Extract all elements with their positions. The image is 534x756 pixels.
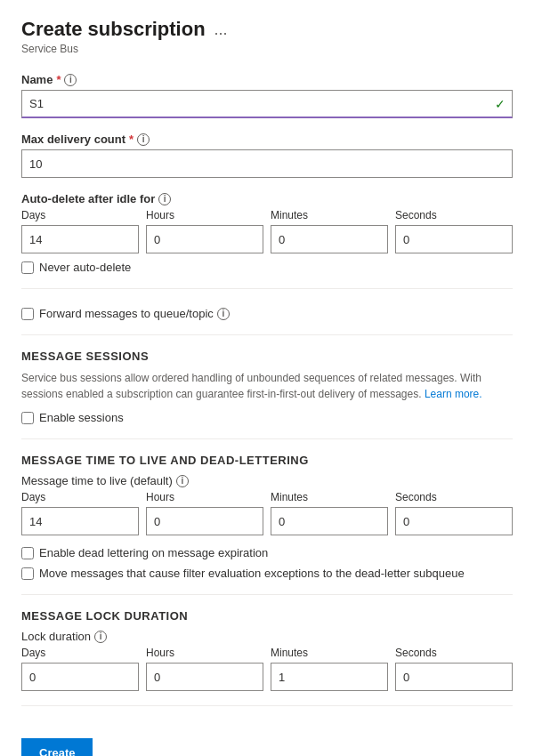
never-auto-delete-checkbox[interactable]	[21, 261, 34, 274]
auto-delete-seconds-input[interactable]	[395, 225, 513, 253]
auto-delete-days-input[interactable]	[21, 225, 139, 253]
forward-messages-row: Forward messages to queue/topic i	[21, 307, 513, 320]
lock-hours-col: Hours	[146, 647, 263, 691]
auto-delete-seconds-col: Seconds	[395, 209, 513, 253]
dead-letter-label: Enable dead lettering on message expirat…	[39, 546, 268, 559]
ttl-hours-label: Hours	[146, 491, 263, 503]
ttl-days-col: Days	[21, 491, 139, 535]
ttl-days-label: Days	[21, 491, 139, 503]
name-label: Name * i	[21, 73, 513, 86]
lock-duration-grid: Days Hours Minutes Seconds	[21, 647, 513, 691]
enable-sessions-row: Enable sessions	[21, 411, 513, 424]
lock-minutes-input[interactable]	[271, 663, 388, 691]
name-check-icon: ✓	[495, 97, 506, 111]
page-title: Create subscription	[21, 18, 206, 41]
auto-delete-minutes-label: Minutes	[271, 209, 388, 221]
name-input[interactable]	[21, 90, 513, 118]
lock-days-col: Days	[21, 647, 139, 691]
learn-more-link[interactable]: Learn more.	[425, 388, 482, 400]
name-input-container: ✓	[21, 90, 513, 118]
lock-minutes-label: Minutes	[271, 647, 388, 659]
never-auto-delete-label: Never auto-delete	[39, 261, 131, 274]
forward-messages-info-icon[interactable]: i	[217, 308, 230, 320]
auto-delete-hours-label: Hours	[146, 209, 263, 221]
max-delivery-info-icon[interactable]: i	[137, 133, 150, 146]
message-ttl-label: Message time to live (default) i	[21, 474, 513, 487]
dead-letter-checkbox[interactable]	[21, 547, 34, 559]
ttl-seconds-input[interactable]	[395, 507, 513, 535]
create-button[interactable]: Create	[21, 738, 93, 756]
lock-hours-label: Hours	[146, 647, 263, 659]
max-delivery-label: Max delivery count * i	[21, 133, 513, 146]
page-subtitle: Service Bus	[21, 43, 513, 55]
lock-seconds-input[interactable]	[395, 663, 513, 691]
name-info-icon[interactable]: i	[64, 74, 77, 86]
message-sessions-description: Service bus sessions allow ordered handl…	[21, 370, 513, 402]
auto-delete-hours-input[interactable]	[146, 225, 263, 253]
message-sessions-heading: MESSAGE SESSIONS	[21, 350, 513, 363]
auto-delete-hours-col: Hours	[146, 209, 263, 253]
enable-sessions-checkbox[interactable]	[21, 412, 34, 424]
message-ttl-heading: MESSAGE TIME TO LIVE AND DEAD-LETTERING	[21, 454, 513, 467]
lock-minutes-col: Minutes	[271, 647, 388, 691]
filter-exceptions-row: Move messages that cause filter evaluati…	[21, 567, 513, 580]
filter-exceptions-checkbox[interactable]	[21, 567, 34, 580]
name-required-star: *	[56, 73, 61, 86]
auto-delete-days-label: Days	[21, 209, 139, 221]
ttl-seconds-label: Seconds	[395, 491, 513, 503]
lock-duration-heading: MESSAGE LOCK DURATION	[21, 609, 513, 623]
dead-letter-row: Enable dead lettering on message expirat…	[21, 546, 513, 559]
lock-days-input[interactable]	[21, 663, 139, 691]
max-delivery-required-star: *	[129, 133, 134, 146]
auto-delete-minutes-col: Minutes	[271, 209, 388, 253]
auto-delete-info-icon[interactable]: i	[158, 193, 171, 205]
ttl-hours-input[interactable]	[146, 507, 263, 535]
max-delivery-input[interactable]	[21, 149, 513, 178]
forward-messages-label: Forward messages to queue/topic i	[39, 307, 230, 320]
message-ttl-grid: Days Hours Minutes Seconds	[21, 491, 513, 535]
filter-exceptions-label: Move messages that cause filter evaluati…	[39, 567, 465, 580]
ttl-hours-col: Hours	[146, 491, 263, 535]
lock-duration-label: Lock duration i	[21, 630, 513, 643]
lock-hours-input[interactable]	[146, 663, 263, 691]
never-auto-delete-row: Never auto-delete	[21, 261, 513, 274]
ttl-seconds-col: Seconds	[395, 491, 513, 535]
ttl-minutes-input[interactable]	[271, 507, 388, 535]
lock-duration-info-icon[interactable]: i	[94, 631, 107, 643]
auto-delete-days-col: Days	[21, 209, 139, 253]
enable-sessions-label: Enable sessions	[39, 411, 124, 424]
lock-seconds-label: Seconds	[395, 647, 513, 659]
auto-delete-minutes-input[interactable]	[271, 225, 388, 253]
lock-days-label: Days	[21, 647, 139, 659]
message-ttl-info-icon[interactable]: i	[176, 475, 189, 487]
forward-messages-checkbox[interactable]	[21, 308, 34, 320]
bottom-divider	[21, 705, 513, 706]
ttl-days-input[interactable]	[21, 507, 139, 535]
more-options-icon[interactable]: ...	[214, 20, 228, 39]
auto-delete-seconds-label: Seconds	[395, 209, 513, 221]
ttl-minutes-label: Minutes	[271, 491, 388, 503]
auto-delete-label: Auto-delete after idle for i	[21, 192, 513, 205]
ttl-minutes-col: Minutes	[271, 491, 388, 535]
lock-seconds-col: Seconds	[395, 647, 513, 691]
auto-delete-grid: Days Hours Minutes Seconds	[21, 209, 513, 253]
